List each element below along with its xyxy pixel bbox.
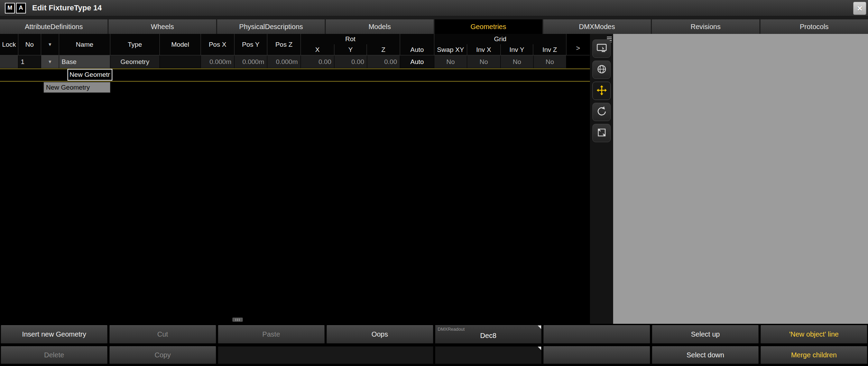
cell-pos-x[interactable]: 0.000m [201,55,234,68]
col-header-pos-x[interactable]: Pos X [201,34,234,55]
cell-rot-x[interactable]: 0.00 [301,55,334,68]
cell-inv-y[interactable]: No [501,55,534,68]
globe-icon [596,63,608,76]
tab-physicaldescriptions[interactable]: PhysicalDescriptions [217,19,325,34]
cell-pos-y[interactable]: 0.000m [234,55,267,68]
col-header-rot-x[interactable]: X [301,44,334,55]
horizontal-scrollbar[interactable] [232,318,243,322]
cell-pos-z[interactable]: 0.000m [267,55,301,68]
cell-lock[interactable] [0,55,18,68]
tab-models[interactable]: Models [326,19,433,34]
cell-rot-y[interactable]: 0.00 [334,55,367,68]
cell-rot-z[interactable]: 0.00 [367,55,400,68]
cell-auto[interactable]: Auto [400,55,434,68]
col-header-inv-y[interactable]: Inv Y [501,44,534,55]
viewport-tool-strip [590,34,613,324]
header-dropdown-icon: ▼ [48,42,52,47]
cell-no[interactable]: 1 [18,55,41,68]
oops-button[interactable]: Oops [326,325,433,344]
cell-inv-z[interactable]: No [534,55,566,68]
table-row: 1 ▼ Base Geometry 0.000m 0.000m 0.000m 0… [0,55,566,68]
col-header-inv-x[interactable]: Inv X [467,44,501,55]
table-header: Lock No ▼ Name Type Model Pos X Pos Y Po… [0,34,590,55]
col-header-type[interactable]: Type [110,34,160,55]
geometries-table: Lock No ▼ Name Type Model Pos X Pos Y Po… [0,34,590,324]
col-group-grid-label: Grid [434,34,566,44]
name-editor-input[interactable] [67,69,112,81]
zoom-fit-icon [596,127,608,140]
scroll-right-icon[interactable]: > [566,34,590,55]
col-header-auto[interactable]: Auto [400,44,434,55]
cell-name[interactable]: Base [59,55,110,68]
col-header-rot-y[interactable]: Y [334,44,367,55]
paste-button[interactable]: Paste [218,325,325,344]
tab-geometries[interactable]: Geometries [435,19,542,34]
titlebar-gap [0,16,868,19]
blank-button-bottom[interactable] [543,346,650,364]
dmx-readout-value: Dec8 [480,332,497,340]
move-tool-button[interactable] [592,82,611,100]
col-header-pos-z[interactable]: Pos Z [267,34,301,55]
tab-bar: AttributeDefinitions Wheels PhysicalDesc… [0,19,868,34]
window-title: Edit FixtureType 14 [32,3,102,12]
col-group-auto: Auto [400,34,434,55]
ma-logo: M A [5,3,26,13]
col-header-inv-z[interactable]: Inv Z [533,44,566,55]
zoom-fit-button[interactable] [592,124,611,142]
col-header-name[interactable]: Name [59,34,110,55]
close-button[interactable]: × [853,2,866,15]
dmx-readout-label: DMXReadout [438,327,465,332]
dropdown-corner-icon [538,347,541,350]
screen-icon [596,42,608,55]
col-group-rot: Rot X Y Z [301,34,400,55]
col-header-swap-xy[interactable]: Swap XY [434,44,467,55]
move-icon [596,84,608,98]
col-header-rot-z[interactable]: Z [367,44,400,55]
row-expand-icon: ▼ [48,59,52,64]
tab-wheels[interactable]: Wheels [109,19,216,34]
cell-expand[interactable]: ▼ [41,55,59,68]
col-group-rot-label: Rot [301,34,400,44]
insert-new-geometry-button[interactable]: Insert new Geometry [1,325,108,344]
col-header-expand[interactable]: ▼ [41,34,59,55]
bottom-button-bar: Insert new Geometry Cut Paste Oops DMXRe… [0,324,868,366]
col-header-no[interactable]: No [18,34,41,55]
ma-logo-m: M [5,3,15,13]
tab-protocols[interactable]: Protocols [760,19,868,34]
ma-logo-a: A [16,3,26,13]
col-header-model[interactable]: Model [160,34,201,55]
blank-button-top[interactable] [543,325,650,344]
suggestion-item[interactable]: New Geometry [44,82,110,93]
merge-children-button[interactable]: Merge children [760,346,867,364]
new-object-line-button[interactable]: 'New object' line [760,325,867,344]
cell-type[interactable]: Geometry [110,55,160,68]
empty-panel [218,346,433,364]
screen-view-button[interactable] [592,39,611,58]
title-bar: M A Edit FixtureType 14 × [0,0,868,16]
dmx-readout-selector[interactable]: DMXReadout Dec8 [435,325,542,344]
main-region: Lock No ▼ Name Type Model Pos X Pos Y Po… [0,34,868,324]
tab-revisions[interactable]: Revisions [652,19,759,34]
cut-button[interactable]: Cut [109,325,216,344]
cell-inv-x[interactable]: No [467,55,501,68]
dmx-readout-secondary[interactable] [435,346,542,364]
col-header-pos-y[interactable]: Pos Y [234,34,267,55]
col-group-grid: Grid Swap XY Inv X Inv Y Inv Z [434,34,566,55]
dropdown-corner-icon [538,326,541,329]
cell-model[interactable] [160,55,201,68]
tab-dmxmodes[interactable]: DMXModes [543,19,651,34]
orbit-tool-button[interactable] [592,103,611,121]
cell-swap-xy[interactable]: No [434,55,467,68]
copy-button[interactable]: Copy [109,346,216,364]
viewport-3d[interactable] [613,34,868,324]
select-up-button[interactable]: Select up [652,325,759,344]
globe-view-button[interactable] [592,61,611,79]
col-header-lock[interactable]: Lock [0,34,18,55]
orbit-icon [596,106,608,119]
select-down-button[interactable]: Select down [652,346,759,364]
delete-button[interactable]: Delete [1,346,108,364]
tab-attributedefinitions[interactable]: AttributeDefinitions [0,19,108,34]
close-icon: × [857,3,862,14]
